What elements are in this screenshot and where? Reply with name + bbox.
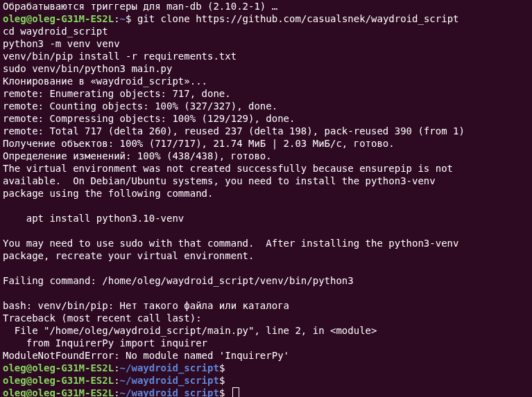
command-text: python3 -m venv venv: [3, 38, 120, 49]
output-line: remote: Counting objects: 100% (327/327)…: [3, 100, 277, 112]
output-line: Traceback (most recent call last):: [3, 312, 202, 324]
prompt-colon: :: [114, 375, 119, 386]
prompt-user: oleg: [3, 362, 26, 373]
output-line: File "/home/oleg/waydroid_script/main.py…: [3, 325, 377, 336]
prompt-at: @: [26, 13, 32, 24]
prompt-host: oleg-G31M-ES2L: [32, 13, 114, 24]
prompt-at: @: [26, 387, 32, 397]
prompt-at: @: [26, 375, 32, 386]
command-text: venv/bin/pip install -r requirements.txt: [3, 51, 237, 62]
prompt-user: oleg: [3, 387, 26, 397]
output-line: Определение изменений: 100% (438/438), г…: [3, 150, 272, 161]
command-text: git clone https://github.com/casualsnek/…: [137, 13, 459, 24]
output-line: package, recreate your virtual environme…: [3, 250, 254, 261]
prompt-dollar: $: [219, 375, 231, 386]
output-line: remote: Compressing objects: 100% (129/1…: [3, 113, 295, 124]
prompt-colon: :: [114, 362, 119, 373]
output-line: Получение объектов: 100% (717/717), 21.7…: [3, 138, 395, 149]
output-line: from InquirerPy import inquirer: [3, 337, 207, 349]
cursor-icon: [232, 387, 239, 397]
output-line: available. On Debian/Ubuntu systems, you…: [3, 175, 436, 186]
command-text: cd waydroid_script: [3, 26, 108, 37]
prompt-dollar: $: [126, 13, 137, 24]
output-line: ModuleNotFoundError: No module named 'In…: [3, 350, 289, 361]
prompt-dollar: $: [219, 387, 231, 397]
prompt-path: ~/waydroid_script: [120, 375, 219, 386]
terminal-output[interactable]: Обрабатываются триггеры для man-db (2.10…: [0, 0, 532, 397]
output-line: Failing command: /home/oleg/waydroid_scr…: [3, 275, 354, 286]
output-line: apt install python3.10-venv: [3, 213, 184, 224]
prompt-user: oleg: [3, 13, 26, 24]
prompt-colon: :: [114, 13, 119, 24]
prompt-at: @: [26, 362, 32, 373]
prompt-host: oleg-G31M-ES2L: [32, 362, 114, 373]
output-line: bash: venv/bin/pip: Нет такого файла или…: [3, 300, 289, 311]
prompt-dollar: $: [219, 362, 231, 373]
prompt-host: oleg-G31M-ES2L: [32, 387, 114, 397]
output-line: The virtual environment was not created …: [3, 163, 453, 174]
output-line: Клонирование в «waydroid_script»...: [3, 76, 207, 87]
output-line: remote: Enumerating objects: 717, done.: [3, 88, 231, 99]
prompt-path: ~/waydroid_script: [120, 362, 219, 373]
prompt-colon: :: [114, 387, 119, 397]
prompt-path: ~/waydroid_script: [120, 387, 219, 397]
output-line: remote: Total 717 (delta 260), reused 23…: [3, 125, 465, 136]
output-line: You may need to use sudo with that comma…: [3, 238, 458, 249]
output-line: package using the following command.: [3, 188, 213, 199]
command-text: sudo venv/bin/python3 main.py: [3, 63, 172, 74]
prompt-user: oleg: [3, 375, 26, 386]
prompt-path: ~: [120, 13, 126, 24]
prompt-host: oleg-G31M-ES2L: [32, 375, 114, 386]
output-line: Обрабатываются триггеры для man-db (2.10…: [3, 1, 277, 12]
